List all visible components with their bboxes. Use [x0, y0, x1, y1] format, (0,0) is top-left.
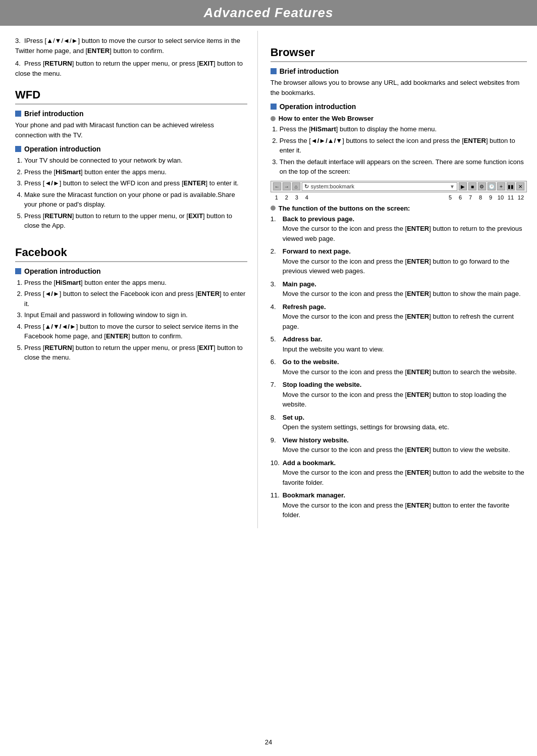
facebook-op-item: Press [▲/▼/◄/►] button to move the curso… — [24, 322, 247, 341]
function-item: 5.Address bar.Input the website you want… — [271, 334, 527, 354]
function-item: 2.Forward to next page.Move the cursor t… — [271, 246, 527, 276]
browser-numbers: 1 2 3 4 5 6 7 8 9 10 11 12 — [271, 194, 527, 200]
function-item: 3.Main page.Move the cursor to the icon … — [271, 279, 527, 299]
function-item-num: 3. — [271, 279, 281, 299]
browser-title: Browser — [271, 46, 527, 59]
how-to-enter-bullet — [271, 116, 276, 121]
browser-brief-heading: Brief introduction — [271, 67, 527, 75]
browser-operation-heading: Operation introduction — [271, 103, 527, 111]
function-item: 10.Add a bookmark.Move the cursor to the… — [271, 458, 527, 488]
wfd-brief-intro-heading: Brief introduction — [15, 110, 247, 118]
function-item-num: 1. — [271, 214, 281, 244]
right-column: Browser Brief introduction The browser a… — [258, 31, 537, 528]
how-to-enter-item: Press the [◄/►/▲/▼] buttons to select th… — [280, 136, 527, 156]
page-number: 24 — [0, 733, 537, 751]
function-item: 6.Go to the website.Move the cursor to t… — [271, 357, 527, 377]
function-item-content: View history website.Move the cursor to … — [283, 435, 527, 455]
wfd-op-item: Your TV should be connected to your netw… — [24, 156, 247, 166]
function-item-num: 2. — [271, 246, 281, 276]
function-item-content: Stop loading the website.Move the cursor… — [283, 380, 527, 410]
browser-brief-icon — [271, 68, 277, 74]
function-item-num: 11. — [271, 490, 281, 520]
function-item-content: Go to the website.Move the cursor to the… — [283, 357, 527, 377]
wfd-brief-icon — [15, 111, 21, 117]
facebook-op-item: Press [RETURN] button to return the uppe… — [24, 343, 247, 363]
function-item: 7.Stop loading the website.Move the curs… — [271, 380, 527, 410]
facebook-op-item: Press the [HiSmart] button enter the app… — [24, 278, 247, 288]
function-item-content: Main page.Move the cursor to the icon an… — [283, 279, 527, 299]
function-item: 4.Refresh page.Move the cursor to the ic… — [271, 302, 527, 332]
facebook-operation-icon — [15, 268, 21, 274]
function-item-num: 9. — [271, 435, 281, 455]
browser-operation-icon — [271, 104, 277, 110]
function-item-num: 7. — [271, 380, 281, 410]
wfd-op-item: Make sure the Miracast function on your … — [24, 190, 247, 210]
back-icon[interactable]: ← — [273, 182, 281, 190]
function-list: 1.Back to previous page.Move the cursor … — [271, 214, 527, 520]
stop-icon[interactable]: ■ — [468, 182, 476, 190]
intro-section: 3. IPress [▲/▼/◄/►] button to move the c… — [15, 36, 247, 78]
wfd-op-item: Press [RETURN] button to return to the u… — [24, 211, 247, 231]
how-to-enter-item: Press the [HiSmart] button to display th… — [280, 124, 527, 134]
home-icon[interactable]: ⌂ — [292, 182, 300, 190]
wfd-operation-icon — [15, 146, 21, 152]
bookmark-icon[interactable]: ▮▮ — [507, 182, 515, 190]
function-item-num: 10. — [271, 458, 281, 488]
function-item-content: Set up.Open the system settings, setting… — [283, 413, 527, 432]
left-column: 3. IPress [▲/▼/◄/►] button to move the c… — [0, 31, 258, 528]
function-item-num: 8. — [271, 413, 281, 432]
facebook-operation-heading: Operation introduction — [15, 267, 247, 275]
how-to-enter-heading: How to enter the Web Browser — [271, 115, 527, 122]
intro-item-3: 3. IPress [▲/▼/◄/►] button to move the c… — [15, 36, 247, 56]
function-item-num: 6. — [271, 357, 281, 377]
wfd-title: WFD — [15, 88, 247, 102]
how-to-enter-list: Press the [HiSmart] button to display th… — [271, 124, 527, 177]
refresh-small-icon: ↻ — [304, 183, 309, 190]
wfd-brief-text: Your phone and pad with Miracast functio… — [15, 120, 247, 140]
intro-item-4: 4. Press [RETURN] button to return the u… — [15, 59, 247, 78]
clock-icon[interactable]: 🕐 — [488, 182, 496, 190]
function-item-content: Bookmark manager.Move the cursor to the … — [283, 490, 527, 520]
plus-icon[interactable]: + — [497, 182, 505, 190]
close-icon[interactable]: ✕ — [516, 182, 524, 190]
forward-icon[interactable]: → — [283, 182, 291, 190]
wfd-operation-heading: Operation introduction — [15, 145, 247, 153]
play-icon[interactable]: ▶ — [459, 182, 467, 190]
address-dropdown[interactable]: ▼ — [450, 184, 455, 189]
function-item-num: 4. — [271, 302, 281, 332]
function-item-num: 5. — [271, 334, 281, 354]
browser-toolbar: ← → ⌂ ↻ system:bookmark ▼ ▶ ■ ⚙ 🕐 + ▮▮ ✕ — [271, 181, 527, 192]
page-header: Advanced Features — [0, 0, 537, 26]
page-title: Advanced Features — [0, 5, 537, 21]
facebook-divider — [15, 261, 247, 262]
function-item: 8.Set up.Open the system settings, setti… — [271, 413, 527, 432]
address-text: system:bookmark — [311, 183, 354, 189]
how-to-enter-item: Then the default interface will appears … — [280, 157, 527, 177]
wfd-op-item: Press [◄/►] button to select the WFD ico… — [24, 178, 247, 188]
browser-brief-text: The browser allows you to browse any URL… — [271, 78, 527, 97]
wfd-op-item: Press the [HiSmart] button enter the app… — [24, 167, 247, 177]
function-item: 9.View history website.Move the cursor t… — [271, 435, 527, 455]
settings-icon[interactable]: ⚙ — [478, 182, 486, 190]
function-item-content: Back to previous page.Move the cursor to… — [283, 214, 527, 244]
wfd-divider — [15, 104, 247, 105]
function-item: 11.Bookmark manager.Move the cursor to t… — [271, 490, 527, 520]
function-item-content: Forward to next page.Move the cursor to … — [283, 246, 527, 276]
function-label-heading: The function of the buttons on the scree… — [271, 205, 527, 212]
facebook-title: Facebook — [15, 246, 247, 259]
facebook-op-item: Input Email and password in following wi… — [24, 310, 247, 320]
facebook-op-item: Press [◄/►] button to select the Faceboo… — [24, 289, 247, 309]
function-item: 1.Back to previous page.Move the cursor … — [271, 214, 527, 244]
facebook-operation-list: Press the [HiSmart] button enter the app… — [15, 278, 247, 363]
wfd-operation-list: Your TV should be connected to your netw… — [15, 156, 247, 231]
function-item-content: Add a bookmark.Move the cursor to the ic… — [283, 458, 527, 488]
address-bar[interactable]: ↻ system:bookmark ▼ — [302, 182, 457, 191]
function-item-content: Refresh page.Move the cursor to the icon… — [283, 302, 527, 332]
browser-divider — [271, 61, 527, 62]
function-bullet — [271, 206, 276, 211]
function-item-content: Address bar.Input the website you want t… — [283, 334, 527, 354]
